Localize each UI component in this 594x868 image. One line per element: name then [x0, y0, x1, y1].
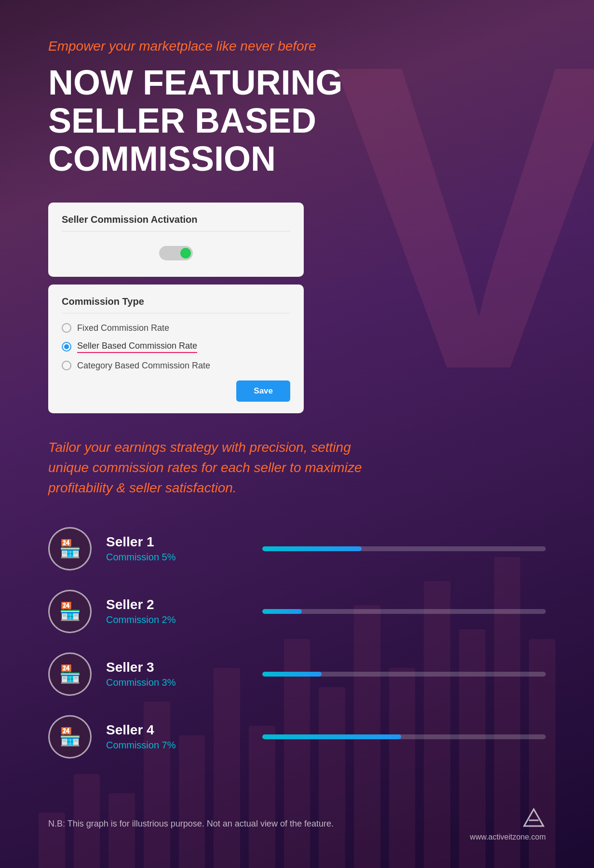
radio-option-category[interactable]: Category Based Commission Rate [62, 361, 290, 371]
radio-label-category: Category Based Commission Rate [77, 361, 210, 371]
store-icon: 🏪 [59, 727, 81, 747]
footer: N.B: This graph is for illustrious purpo… [48, 787, 546, 841]
seller-info: Seller 3 Commission 3% [106, 660, 248, 688]
seller-commission: Commission 5% [106, 552, 248, 563]
radio-option-seller[interactable]: Seller Based Commission Rate [62, 341, 290, 353]
seller-list: 🏪 Seller 1 Commission 5% 🏪 Seller 2 Comm… [48, 527, 546, 759]
progress-container [262, 734, 546, 739]
radio-circle-seller [62, 342, 71, 352]
radio-circle-category [62, 361, 71, 370]
svg-marker-0 [524, 809, 543, 826]
save-row: Save [62, 380, 290, 402]
seller-info: Seller 4 Commission 7% [106, 722, 248, 751]
seller-icon: 🏪 [48, 590, 92, 633]
progress-fill [262, 546, 362, 551]
seller-name: Seller 2 [106, 597, 248, 612]
seller-name: Seller 1 [106, 534, 248, 550]
footer-note: N.B: This graph is for illustrious purpo… [48, 819, 334, 829]
radio-circle-fixed [62, 323, 71, 333]
seller-icon: 🏪 [48, 527, 92, 570]
seller-item: 🏪 Seller 2 Commission 2% [48, 590, 546, 633]
save-button[interactable]: Save [236, 380, 290, 402]
toggle-container [62, 241, 290, 265]
seller-commission: Commission 3% [106, 677, 248, 688]
seller-name: Seller 4 [106, 722, 248, 738]
store-icon: 🏪 [59, 601, 81, 622]
seller-commission: Commission 7% [106, 740, 248, 751]
progress-container [262, 546, 546, 551]
progress-track [262, 546, 546, 551]
activation-toggle[interactable] [159, 246, 193, 260]
activation-card: Seller Commission Activation [48, 203, 304, 277]
commission-card: Commission Type Fixed Commission RateSel… [48, 285, 304, 413]
tagline: Empower your marketplace like never befo… [48, 39, 546, 54]
activation-card-title: Seller Commission Activation [62, 214, 290, 231]
activeitzone-logo-icon [522, 807, 546, 831]
seller-item: 🏪 Seller 1 Commission 5% [48, 527, 546, 570]
seller-name: Seller 3 [106, 660, 248, 675]
progress-container [262, 672, 546, 677]
commission-radio-group: Fixed Commission RateSeller Based Commis… [62, 323, 290, 371]
seller-info: Seller 2 Commission 2% [106, 597, 248, 625]
progress-track [262, 609, 546, 614]
progress-fill [262, 734, 401, 739]
progress-container [262, 609, 546, 614]
progress-fill [262, 672, 322, 677]
store-icon: 🏪 [59, 539, 81, 559]
footer-logo: www.activeitzone.com [470, 807, 546, 841]
seller-commission: Commission 2% [106, 614, 248, 625]
seller-info: Seller 1 Commission 5% [106, 534, 248, 563]
commission-card-title: Commission Type [62, 296, 290, 313]
radio-label-fixed: Fixed Commission Rate [77, 323, 169, 333]
progress-fill [262, 609, 302, 614]
store-icon: 🏪 [59, 664, 81, 684]
description-text: Tailor your earnings strategy with preci… [48, 437, 386, 498]
footer-url: www.activeitzone.com [470, 833, 546, 841]
radio-option-fixed[interactable]: Fixed Commission Rate [62, 323, 290, 333]
radio-label-seller: Seller Based Commission Rate [77, 341, 197, 353]
progress-track [262, 734, 546, 739]
seller-icon: 🏪 [48, 652, 92, 696]
progress-track [262, 672, 546, 677]
seller-item: 🏪 Seller 4 Commission 7% [48, 715, 546, 759]
main-title: NOW FEATURING SELLER BASED COMMISSION [48, 64, 410, 178]
seller-item: 🏪 Seller 3 Commission 3% [48, 652, 546, 696]
seller-icon: 🏪 [48, 715, 92, 759]
